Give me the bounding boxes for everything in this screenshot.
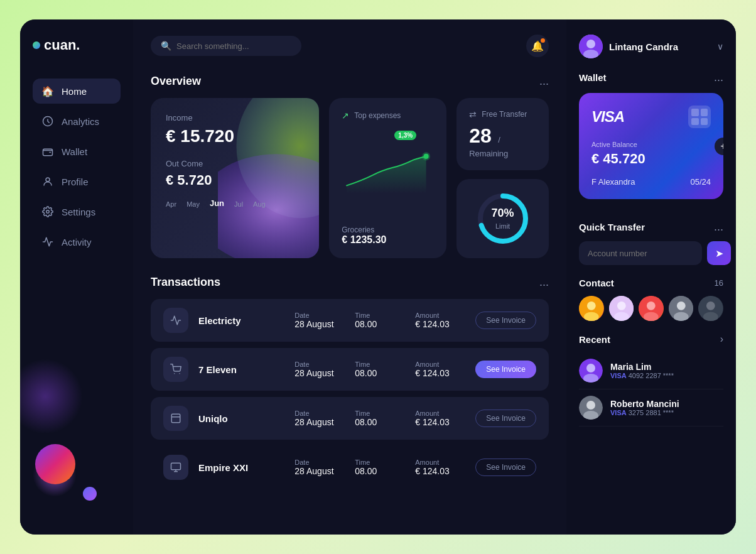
quick-transfer-title: Quick Transfer — [579, 222, 645, 232]
sidebar-item-activity[interactable]: Activity — [33, 229, 121, 254]
expenses-pct-badge: 1,3% — [394, 131, 416, 140]
contact-avatars — [579, 296, 723, 321]
income-amount: € 15.720 — [166, 126, 304, 146]
electricity-icon — [163, 308, 188, 333]
transactions-title: Transactions — [151, 276, 220, 289]
search-icon: 🔍 — [161, 41, 171, 51]
chart-area: 1,3% — [342, 124, 434, 220]
donut-label: 70% Limit — [492, 207, 514, 231]
svg-point-3 — [46, 210, 50, 214]
analytics-icon — [41, 115, 54, 128]
user-name: Lintang Candra — [609, 41, 711, 52]
overview-section-header: Overview ... — [151, 75, 549, 88]
transfer-icon: ⇄ — [469, 109, 477, 119]
transaction-time-col-2: Time 08.00 — [355, 410, 405, 427]
quick-transfer-header: Quick Transfer ... — [579, 220, 723, 234]
chart-month-jul: Jul — [234, 200, 243, 208]
recent-item-0[interactable]: Maria Lim VISA 4092 2287 **** — [579, 352, 723, 389]
contact-avatar-1[interactable] — [579, 296, 604, 321]
sidebar-glow1 — [20, 359, 83, 434]
sidebar-item-home[interactable]: 🏠 Home — [33, 79, 121, 104]
nav-items: 🏠 Home Analytics — [33, 79, 121, 254]
transaction-amount-col-2: Amount € 124.03 — [415, 410, 465, 427]
svg-point-2 — [46, 178, 50, 182]
svg-point-17 — [586, 40, 595, 48]
main-content: 🔍 🔔 Overview ... — [133, 19, 566, 535]
sidebar-item-label-wallet: Wallet — [62, 146, 87, 157]
recent-chevron-icon[interactable]: › — [720, 334, 723, 345]
see-invoice-button-2[interactable]: See Invoice — [475, 410, 536, 427]
svg-point-32 — [706, 301, 715, 310]
sidebar-item-label-settings: Settings — [62, 207, 95, 217]
sidebar-item-profile[interactable]: Profile — [33, 169, 121, 194]
card-chip — [688, 106, 711, 128]
groceries-label: Groceries — [342, 225, 434, 234]
ft-header: ⇄ Free Transfer — [469, 109, 536, 119]
transfer-col: ⇄ Free Transfer 28 / Remaining — [456, 98, 549, 258]
wallet-section-title: Wallet — [579, 72, 607, 83]
transaction-date-col-0: Date 28 August — [294, 312, 345, 329]
see-invoice-button-3[interactable]: See Invoice — [475, 459, 536, 476]
transaction-name-empire: Empire XXI — [198, 462, 284, 473]
activity-icon — [41, 236, 54, 248]
empire-xxi-icon — [163, 455, 188, 480]
notification-badge — [541, 38, 545, 43]
svg-point-10 — [174, 373, 175, 374]
contact-avatar-2[interactable] — [609, 296, 634, 321]
expenses-header: ↗ Top expenses — [342, 111, 434, 121]
quick-transfer-section: Quick Transfer ... ➤ — [579, 220, 723, 265]
transaction-amount-col-0: Amount € 124.03 — [415, 312, 465, 329]
chevron-down-icon: ∨ — [717, 41, 723, 52]
wallet-nav-icon — [41, 145, 54, 158]
send-icon: ➤ — [715, 247, 723, 259]
transactions-more-button[interactable]: ... — [539, 276, 549, 289]
sidebar-item-analytics[interactable]: Analytics — [33, 109, 121, 134]
transaction-row: 7 Eleven Date 28 August Time 08.00 Amoun… — [151, 348, 549, 391]
see-invoice-button-0[interactable]: See Invoice — [475, 312, 536, 329]
contact-avatar-3[interactable] — [639, 296, 664, 321]
transaction-date-col-3: Date 28 August — [294, 459, 345, 476]
svg-point-29 — [677, 301, 686, 310]
recent-info-1: Roberto Mancini VISA 3275 2881 **** — [610, 399, 723, 416]
overview-more-button[interactable]: ... — [539, 75, 549, 88]
user-header[interactable]: Lintang Candra ∨ — [579, 35, 723, 58]
chart-labels: Apr May Jun Jul Aug — [166, 198, 304, 208]
outcome-amount: € 5.720 — [166, 172, 304, 188]
svg-point-11 — [179, 373, 180, 374]
transaction-amount-col-3: Amount € 124.03 — [415, 459, 465, 476]
ft-number: 28 — [469, 124, 492, 147]
add-card-button[interactable]: + — [715, 138, 723, 155]
svg-point-35 — [586, 364, 595, 372]
account-number-input[interactable] — [579, 241, 702, 265]
transaction-row: Empire XXI Date 28 August Time 08.00 Amo… — [151, 446, 549, 489]
recent-item-1[interactable]: Roberto Mancini VISA 3275 2881 **** — [579, 389, 723, 426]
send-button[interactable]: ➤ — [707, 241, 731, 265]
logo: cuan. — [33, 37, 121, 53]
plus-icon: + — [720, 141, 723, 152]
contact-avatar-5[interactable] — [698, 296, 723, 321]
see-invoice-button-1[interactable]: See Invoice — [475, 361, 536, 378]
search-bar[interactable]: 🔍 — [151, 36, 301, 56]
notification-button[interactable]: 🔔 — [526, 35, 549, 57]
card-balance: € 45.720 — [591, 151, 711, 167]
chart-month-aug: Aug — [253, 200, 266, 208]
logo-text: cuan. — [44, 37, 80, 53]
chart-month-may: May — [186, 200, 200, 208]
ft-amount-row: 28 / Remaining — [469, 124, 536, 159]
contact-header: Contact 16 — [579, 278, 723, 288]
svg-point-23 — [617, 301, 625, 310]
ft-label: Free Transfer — [482, 110, 527, 119]
sidebar-item-label-home: Home — [62, 86, 87, 97]
svg-point-38 — [586, 401, 595, 410]
chart-month-jun: Jun — [210, 198, 224, 208]
uniqlo-icon — [163, 406, 188, 431]
sidebar-item-settings[interactable]: Settings — [33, 199, 121, 224]
transaction-time-col-1: Time 08.00 — [355, 361, 405, 378]
search-input[interactable] — [176, 41, 291, 51]
wallet-more-button[interactable]: ... — [714, 71, 723, 84]
wallet-header: Wallet ... — [579, 71, 723, 84]
sidebar-item-wallet[interactable]: Wallet — [33, 139, 121, 164]
sidebar-item-label-analytics: Analytics — [62, 116, 99, 127]
contact-avatar-4[interactable] — [669, 296, 694, 321]
quick-transfer-more-button[interactable]: ... — [714, 220, 723, 234]
